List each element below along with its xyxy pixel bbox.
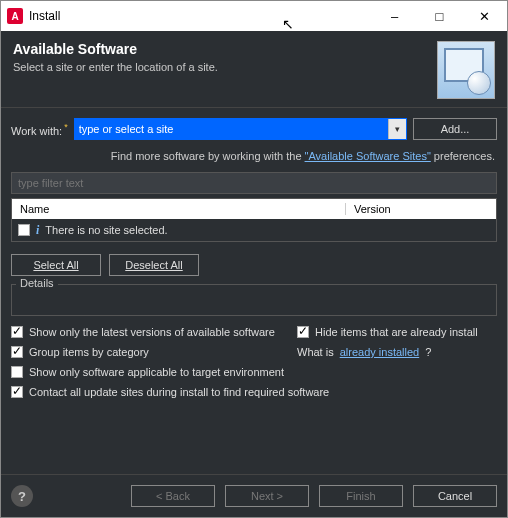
window-title: Install <box>29 9 372 23</box>
applicable-checkbox[interactable] <box>11 366 23 378</box>
latest-checkbox[interactable] <box>11 326 23 338</box>
header-image-icon <box>437 41 495 99</box>
col-name[interactable]: Name <box>12 203 346 215</box>
whatis-prefix: What is <box>297 346 334 358</box>
info-icon: i <box>36 223 39 238</box>
work-with-combo[interactable]: ▾ <box>74 118 407 140</box>
whatis-suffix: ? <box>425 346 431 358</box>
filter-input[interactable] <box>11 172 497 194</box>
close-button[interactable]: ✕ <box>462 1 507 31</box>
finish-button[interactable]: Finish <box>319 485 403 507</box>
opt-contact: Contact all update sites during install … <box>11 386 497 398</box>
contact-checkbox[interactable] <box>11 386 23 398</box>
hide-checkbox[interactable] <box>297 326 309 338</box>
group-checkbox[interactable] <box>11 346 23 358</box>
add-button[interactable]: Add... <box>413 118 497 140</box>
what-is-installed: What is already installed? <box>297 346 497 358</box>
hide-label: Hide items that are already install <box>315 326 478 338</box>
back-button[interactable]: < Back <box>131 485 215 507</box>
hint-suffix: preferences. <box>431 150 495 162</box>
opt-group: Group items by category <box>11 346 287 358</box>
latest-label: Show only the latest versions of availab… <box>29 326 275 338</box>
table-row: i There is no site selected. <box>12 219 496 241</box>
details-fieldset: Details <box>11 284 497 316</box>
table-header: Name Version <box>12 199 496 219</box>
opt-latest: Show only the latest versions of availab… <box>11 326 287 338</box>
work-with-row: Work with:* ▾ Add... <box>11 118 497 140</box>
work-with-input[interactable] <box>75 119 388 139</box>
opt-hide: Hide items that are already install <box>297 326 497 338</box>
applicable-label: Show only software applicable to target … <box>29 366 284 378</box>
window-controls: – □ ✕ <box>372 1 507 31</box>
chevron-down-icon[interactable]: ▾ <box>388 119 406 139</box>
opt-applicable: Show only software applicable to target … <box>11 366 497 378</box>
content-area: Work with:* ▾ Add... Find more software … <box>1 108 507 474</box>
footer: ? < Back Next > Finish Cancel <box>1 474 507 517</box>
header-subtitle: Select a site or enter the location of a… <box>13 61 429 73</box>
selection-buttons: Select All Deselect All <box>11 254 497 276</box>
next-button[interactable]: Next > <box>225 485 309 507</box>
help-icon[interactable]: ? <box>11 485 33 507</box>
maximize-button[interactable]: □ <box>417 1 462 31</box>
select-all-button[interactable]: Select All <box>11 254 101 276</box>
install-window: ↖ A Install – □ ✕ Available Software Sel… <box>0 0 508 518</box>
options-grid: Show only the latest versions of availab… <box>11 326 497 398</box>
group-label: Group items by category <box>29 346 149 358</box>
work-with-label: Work with:* <box>11 122 68 137</box>
row-checkbox[interactable] <box>18 224 30 236</box>
app-icon: A <box>7 8 23 24</box>
minimize-button[interactable]: – <box>372 1 417 31</box>
header-title: Available Software <box>13 41 429 57</box>
already-installed-link[interactable]: already installed <box>340 346 420 358</box>
available-sites-link[interactable]: "Available Software Sites" <box>305 150 431 162</box>
sites-hint: Find more software by working with the "… <box>11 146 497 172</box>
hint-prefix: Find more software by working with the <box>111 150 305 162</box>
empty-message: There is no site selected. <box>45 224 167 236</box>
software-table: Name Version i There is no site selected… <box>11 198 497 242</box>
contact-label: Contact all update sites during install … <box>29 386 329 398</box>
details-legend: Details <box>16 277 58 289</box>
titlebar: A Install – □ ✕ <box>1 1 507 31</box>
col-version[interactable]: Version <box>346 203 496 215</box>
dialog-header: Available Software Select a site or ente… <box>1 31 507 108</box>
deselect-all-button[interactable]: Deselect All <box>109 254 199 276</box>
cancel-button[interactable]: Cancel <box>413 485 497 507</box>
